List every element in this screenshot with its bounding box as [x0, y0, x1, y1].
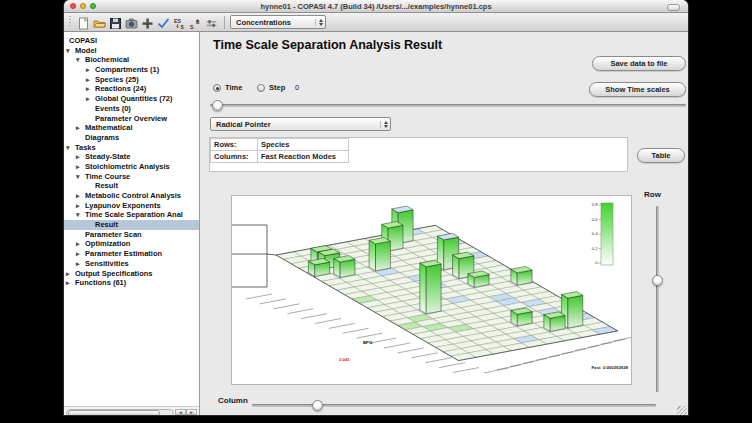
disclosure-closed-icon[interactable]: ▸ [76, 239, 80, 249]
time-slider-thumb[interactable] [212, 100, 223, 111]
import-sbml-icon[interactable]: SB [189, 16, 202, 29]
sidebar-item-metabolic-control-analysis[interactable]: ▸Metabolic Control Analysis [64, 191, 199, 201]
navigation-sidebar: COPASI▾Model▾Biochemical▸Compartments (1… [64, 32, 200, 415]
sidebar-item-label: Compartments (1) [95, 65, 159, 75]
sidebar-item-optimization[interactable]: ▸Optimization [64, 239, 199, 249]
axes-info-table: Rows: Species Columns: Fast Reaction Mod… [210, 138, 349, 163]
sidebar-item-stoichiometric-analysis[interactable]: ▸Stoichiometric Analysis [64, 162, 199, 172]
sidebar-item-events-0[interactable]: Events (0) [64, 104, 199, 114]
sidebar-item-mathematical[interactable]: ▸Mathematical [64, 123, 199, 133]
toolbar-drag-handle[interactable] [69, 16, 71, 28]
zoom-window-button[interactable] [90, 3, 96, 9]
resize-grip[interactable] [677, 406, 687, 415]
sidebar-horizontal-scrollbar[interactable]: ◂ ▸ [64, 406, 199, 415]
disclosure-open-icon[interactable]: ▾ [76, 210, 80, 220]
pointer-method-select[interactable]: Radical Pointer [210, 117, 391, 131]
sidebar-item-label: Steady-State [85, 152, 130, 162]
navigation-tree: COPASI▾Model▾Biochemical▸Compartments (1… [64, 36, 199, 406]
disclosure-closed-icon[interactable]: ▸ [76, 162, 80, 172]
disclosure-closed-icon[interactable]: ▸ [86, 75, 90, 85]
table-button[interactable]: Table [637, 148, 685, 163]
copasi-window: hynne01 - COPASI 4.7 (Build 34) /Users/.… [64, 0, 688, 415]
sidebar-item-result[interactable]: Result [64, 220, 199, 230]
sidebar-item-label: Species (25) [95, 75, 139, 85]
sidebar-item-copasi[interactable]: COPASI [64, 36, 199, 46]
sidebar-item-steady-state[interactable]: ▸Steady-State [64, 152, 199, 162]
disclosure-closed-icon[interactable]: ▸ [76, 123, 80, 133]
time-slider-track[interactable] [210, 104, 686, 107]
row-slider-thumb[interactable] [652, 275, 663, 286]
disclosure-closed-icon[interactable]: ▸ [66, 269, 70, 279]
sidebar-item-label: Parameter Estimation [85, 249, 162, 259]
save-data-to-file-button[interactable]: Save data to file [592, 56, 686, 71]
toolbar-toggle-button[interactable] [667, 4, 680, 11]
step-radio[interactable] [257, 84, 265, 92]
sidebar-item-label: Result [95, 220, 118, 230]
svg-text:ES: ES [174, 17, 181, 23]
sidebar-item-result[interactable]: Result [64, 181, 199, 191]
disclosure-closed-icon[interactable]: ▸ [86, 84, 90, 94]
disclosure-open-icon[interactable]: ▾ [66, 46, 70, 56]
capture-image-icon[interactable] [125, 16, 138, 29]
disclosure-closed-icon[interactable]: ▸ [76, 152, 80, 162]
sidebar-item-time-course[interactable]: ▾Time Course [64, 172, 199, 182]
concentrations-select-value: Concentrations [236, 18, 312, 27]
close-window-button[interactable] [70, 3, 76, 9]
sidebar-item-functions-61[interactable]: ▸Functions (61) [64, 278, 199, 288]
row-slider-track[interactable] [656, 206, 659, 392]
tssa-3d-plot[interactable]: 0.80.60.40.20BPG2.041Fast: 0.000292928 [231, 195, 632, 385]
title-bar[interactable]: hynne01 - COPASI 4.7 (Build 34) /Users/.… [64, 0, 688, 13]
sliders-icon[interactable] [205, 16, 218, 29]
sidebar-item-sensitivities[interactable]: ▸Sensitivities [64, 259, 199, 269]
sidebar-item-time-scale-separation-anal[interactable]: ▾Time Scale Separation Anal [64, 210, 199, 220]
disclosure-open-icon[interactable]: ▾ [76, 55, 80, 65]
disclosure-closed-icon[interactable]: ▸ [76, 249, 80, 259]
add-icon[interactable] [141, 16, 154, 29]
open-file-icon[interactable] [93, 16, 106, 29]
sidebar-item-global-quantities-72[interactable]: ▸Global Quantities (72) [64, 94, 199, 104]
sidebar-item-species-25[interactable]: ▸Species (25) [64, 75, 199, 85]
disclosure-closed-icon[interactable]: ▸ [86, 94, 90, 104]
sidebar-item-model[interactable]: ▾Model [64, 46, 199, 56]
save-file-icon[interactable] [109, 16, 122, 29]
scroll-left-button[interactable]: ◂ [175, 409, 186, 416]
sidebar-item-parameter-estimation[interactable]: ▸Parameter Estimation [64, 249, 199, 259]
sidebar-item-compartments-1[interactable]: ▸Compartments (1) [64, 65, 199, 75]
scroll-right-button[interactable]: ▸ [186, 409, 197, 416]
sidebar-item-label: Time Course [85, 172, 130, 182]
disclosure-closed-icon[interactable]: ▸ [76, 201, 80, 211]
column-slider-thumb[interactable] [312, 400, 323, 411]
sidebar-item-parameter-overview[interactable]: Parameter Overview [64, 114, 199, 124]
svg-text:Fast: 0.000292928: Fast: 0.000292928 [591, 365, 628, 370]
sidebar-item-biochemical[interactable]: ▾Biochemical [64, 55, 199, 65]
scrollbar-thumb[interactable] [68, 410, 160, 415]
disclosure-closed-icon[interactable]: ▸ [76, 259, 80, 269]
sidebar-item-tasks[interactable]: ▾Tasks [64, 143, 199, 153]
svg-text:0.6: 0.6 [592, 217, 598, 222]
time-radio[interactable] [213, 84, 221, 92]
sidebar-item-lyapunov-exponents[interactable]: ▸Lyapunov Exponents [64, 201, 199, 211]
sidebar-item-diagrams[interactable]: Diagrams [64, 133, 199, 143]
show-time-scales-button[interactable]: Show Time scales [589, 82, 686, 97]
rows-value: Species [258, 139, 349, 151]
rows-label: Rows: [211, 139, 258, 151]
svg-text:BPG: BPG [363, 340, 373, 345]
svg-text:S: S [180, 25, 184, 30]
export-sbml-icon[interactable]: ESS [173, 16, 186, 29]
disclosure-open-icon[interactable]: ▾ [66, 143, 70, 153]
minimize-window-button[interactable] [80, 3, 86, 9]
disclosure-closed-icon[interactable]: ▸ [66, 278, 70, 288]
sidebar-item-reactions-24[interactable]: ▸Reactions (24) [64, 84, 199, 94]
result-panel: Time Scale Separation Analysis Result Sa… [200, 32, 688, 415]
svg-text:0: 0 [595, 260, 598, 265]
disclosure-closed-icon[interactable]: ▸ [86, 65, 90, 75]
check-icon[interactable] [157, 16, 170, 29]
disclosure-closed-icon[interactable]: ▸ [76, 191, 80, 201]
scrollbar-track[interactable] [66, 409, 174, 416]
concentrations-select[interactable]: Concentrations [230, 15, 326, 29]
new-file-icon[interactable] [77, 16, 90, 29]
row-slider-label: Row [644, 190, 661, 199]
sidebar-item-parameter-scan[interactable]: Parameter Scan [64, 230, 199, 240]
disclosure-open-icon[interactable]: ▾ [76, 172, 80, 182]
sidebar-item-output-specifications[interactable]: ▸Output Specifications [64, 269, 199, 279]
